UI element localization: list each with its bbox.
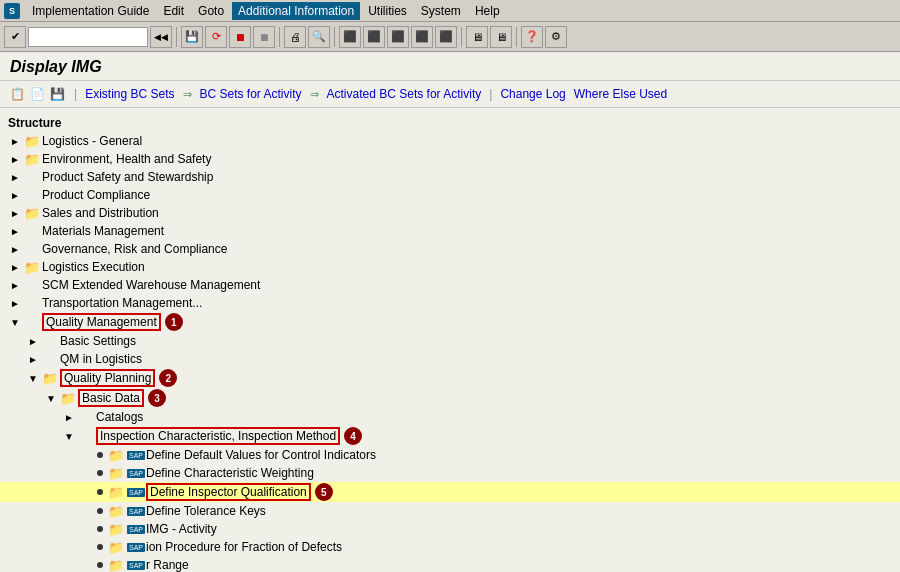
nav3-btn[interactable]: ⬛	[387, 26, 409, 48]
label-define-inspector: Define Inspector Qualification	[146, 483, 311, 501]
tree-item-governance[interactable]: ► Governance, Risk and Compliance	[0, 240, 900, 258]
menu-help[interactable]: Help	[469, 2, 506, 20]
monitor1-btn[interactable]: 🖥	[466, 26, 488, 48]
tree-item-product-compliance[interactable]: ► Product Compliance	[0, 186, 900, 204]
label-define-tolerance: Define Tolerance Keys	[146, 504, 266, 518]
spacer6-icon	[24, 295, 40, 311]
command-field[interactable]	[28, 27, 148, 47]
toggle-materials[interactable]: ►	[8, 224, 22, 238]
activity-icon[interactable]: 📄	[28, 85, 46, 103]
quality-planning-box: Quality Planning	[60, 369, 155, 387]
where-else-used-link[interactable]: Where Else Used	[574, 87, 667, 101]
toggle-scm[interactable]: ►	[8, 278, 22, 292]
menu-goto[interactable]: Goto	[192, 2, 230, 20]
toggle-basic-settings[interactable]: ►	[26, 334, 40, 348]
toggle-quality-planning[interactable]: ▼	[26, 371, 40, 385]
spacer4-icon	[24, 241, 40, 257]
nav2-btn[interactable]: ⬛	[363, 26, 385, 48]
tree-item-fraction-defects[interactable]: 📁 SAP ion Procedure for Fraction of Defe…	[0, 538, 900, 556]
tree-item-define-char-weight[interactable]: 📁 SAP Define Characteristic Weighting	[0, 464, 900, 482]
sap-icon-img: 📁	[108, 521, 124, 537]
label-img-activity: IMG - Activity	[146, 522, 217, 536]
nav4-btn[interactable]: ⬛	[411, 26, 433, 48]
folder-logex-icon: 📁	[24, 259, 40, 275]
toggle-transport[interactable]: ►	[8, 296, 22, 310]
stop2-btn[interactable]: ⏹	[253, 26, 275, 48]
nav1-btn[interactable]: ⬛	[339, 26, 361, 48]
refresh-btn[interactable]: ⟳	[205, 26, 227, 48]
tree-item-logistics-general[interactable]: ► 📁 Logistics - General	[0, 132, 900, 150]
tree-area: Structure ► 📁 Logistics - General ► 📁 En…	[0, 108, 900, 572]
label-quality-mgmt: Quality Management	[42, 313, 161, 331]
print-btn[interactable]: 🖨	[284, 26, 306, 48]
label-env-health: Environment, Health and Safety	[42, 152, 211, 166]
tree-item-basic-data[interactable]: ▼ 📁 Basic Data 3	[0, 388, 900, 408]
spacer9-icon	[42, 351, 58, 367]
bullet-char	[97, 470, 103, 476]
tree-item-range[interactable]: 📁 SAP r Range	[0, 556, 900, 572]
tree-item-define-default[interactable]: 📁 SAP Define Default Values for Control …	[0, 446, 900, 464]
annotation-5: 5	[315, 483, 333, 501]
tree-item-quality-mgmt[interactable]: ▼ Quality Management 1	[0, 312, 900, 332]
toggle-governance[interactable]: ►	[8, 242, 22, 256]
prev-nav-btn[interactable]: ◀◀	[150, 26, 172, 48]
save-btn[interactable]: 💾	[181, 26, 203, 48]
bc-sets-activity-link[interactable]: BC Sets for Activity	[200, 87, 302, 101]
inspection-char-box: Inspection Characteristic, Inspection Me…	[96, 427, 340, 445]
doc-icon-img: SAP	[128, 521, 144, 537]
toggle-env-health[interactable]: ►	[8, 152, 22, 166]
menu-implementation-guide[interactable]: Implementation Guide	[26, 2, 155, 20]
label-logistics-general: Logistics - General	[42, 134, 142, 148]
menu-utilities[interactable]: Utilities	[362, 2, 413, 20]
tree-item-materials[interactable]: ► Materials Management	[0, 222, 900, 240]
spacer5-icon	[24, 277, 40, 293]
save-icon[interactable]: 💾	[48, 85, 66, 103]
help-btn[interactable]: ❓	[521, 26, 543, 48]
monitor2-btn[interactable]: 🖥	[490, 26, 512, 48]
toggle-logistics-general[interactable]: ►	[8, 134, 22, 148]
tree-item-quality-planning[interactable]: ▼ 📁 Quality Planning 2	[0, 368, 900, 388]
toggle-product-compliance[interactable]: ►	[8, 188, 22, 202]
find-btn[interactable]: 🔍	[308, 26, 330, 48]
toggle-product-safety[interactable]: ►	[8, 170, 22, 184]
sap-icon-char: 📁	[108, 465, 124, 481]
doc-icon-char: SAP	[128, 465, 144, 481]
tree-item-qm-logistics[interactable]: ► QM in Logistics	[0, 350, 900, 368]
stop-btn[interactable]: ⏹	[229, 26, 251, 48]
folder-sales-icon: 📁	[24, 205, 40, 221]
nav5-btn[interactable]: ⬛	[435, 26, 457, 48]
tree-item-basic-settings[interactable]: ► Basic Settings	[0, 332, 900, 350]
toggle-qm-logistics[interactable]: ►	[26, 352, 40, 366]
back-btn[interactable]: ✔	[4, 26, 26, 48]
label-quality-planning: Quality Planning	[60, 369, 155, 387]
existing-bc-sets-link[interactable]: Existing BC Sets	[85, 87, 174, 101]
activated-bc-sets-link[interactable]: Activated BC Sets for Activity	[327, 87, 482, 101]
toggle-inspection-char[interactable]: ▼	[62, 429, 76, 443]
menu-bar: S Implementation Guide Edit Goto Additio…	[0, 0, 900, 22]
tree-item-img-activity[interactable]: 📁 SAP IMG - Activity	[0, 520, 900, 538]
label-materials: Materials Management	[42, 224, 164, 238]
tree-item-define-inspector[interactable]: 📁 SAP Define Inspector Qualification 5	[0, 482, 900, 502]
tree-item-define-tolerance[interactable]: 📁 SAP Define Tolerance Keys	[0, 502, 900, 520]
toggle-basic-data[interactable]: ▼	[44, 391, 58, 405]
tree-item-product-safety[interactable]: ► Product Safety and Stewardship	[0, 168, 900, 186]
tree-item-logistics-exec[interactable]: ► 📁 Logistics Execution	[0, 258, 900, 276]
menu-additional-information[interactable]: Additional Information	[232, 2, 360, 20]
change-log-link[interactable]: Change Log	[500, 87, 565, 101]
settings-btn[interactable]: ⚙	[545, 26, 567, 48]
toggle-logistics-exec[interactable]: ►	[8, 260, 22, 274]
tree-item-inspection-char[interactable]: ▼ Inspection Characteristic, Inspection …	[0, 426, 900, 446]
tree-item-scm[interactable]: ► SCM Extended Warehouse Management	[0, 276, 900, 294]
menu-system[interactable]: System	[415, 2, 467, 20]
tree-item-transport[interactable]: ► Transportation Management...	[0, 294, 900, 312]
menu-edit[interactable]: Edit	[157, 2, 190, 20]
tree-item-env-health[interactable]: ► 📁 Environment, Health and Safety	[0, 150, 900, 168]
label-qm-logistics: QM in Logistics	[60, 352, 142, 366]
toggle-quality-mgmt[interactable]: ▼	[8, 315, 22, 329]
toggle-catalogs[interactable]: ►	[62, 410, 76, 424]
label-product-safety: Product Safety and Stewardship	[42, 170, 213, 184]
tree-item-sales-dist[interactable]: ► 📁 Sales and Distribution	[0, 204, 900, 222]
bc-sets-icon[interactable]: 📋	[8, 85, 26, 103]
tree-item-catalogs[interactable]: ► Catalogs	[0, 408, 900, 426]
toggle-sales-dist[interactable]: ►	[8, 206, 22, 220]
